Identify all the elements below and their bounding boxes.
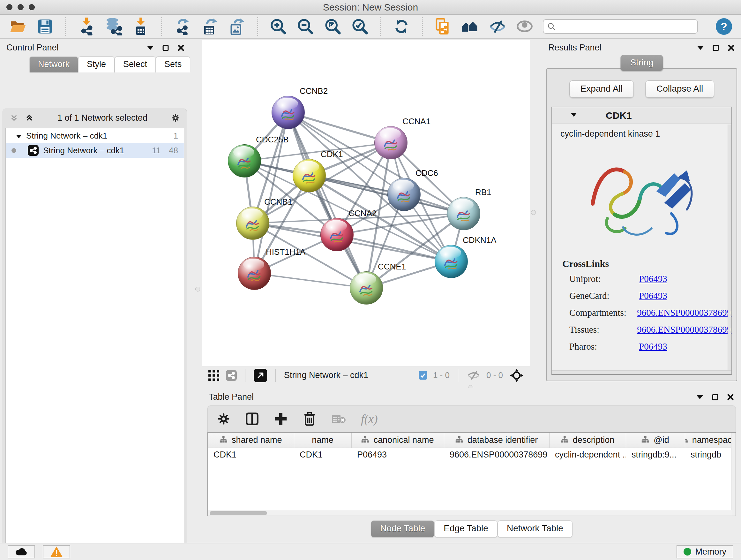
open-session-icon[interactable] [9,17,26,36]
node-RB1[interactable] [447,197,480,230]
node-CCNA2[interactable] [320,218,354,251]
tab-style[interactable]: Style [78,57,115,72]
node-HIST1H1A[interactable] [238,257,271,290]
results-horizontal-scrollbar[interactable] [552,370,731,374]
tab-select[interactable]: Select [115,57,156,72]
expand-all-networks-icon[interactable] [25,114,33,122]
table-cell[interactable]: 9606.ENSP00000378699 [444,448,549,461]
copy-network-icon[interactable] [434,17,452,36]
table-cell[interactable]: cyclin-dependent ... [549,448,626,461]
tab-sets[interactable]: Sets [156,57,190,72]
selected-checkbox-icon[interactable] [419,371,427,380]
close-window-button[interactable] [6,4,12,10]
collection-expand-icon[interactable] [16,131,22,141]
table-cell[interactable]: stringdb [685,448,732,461]
network-options-gear-icon[interactable] [172,114,180,122]
warnings-button[interactable] [43,545,70,558]
import-network-from-database-icon[interactable] [105,17,123,36]
hide-unhide-icon[interactable] [488,17,506,36]
node-CCNA1[interactable] [374,126,408,159]
right-splitter-handle[interactable] [531,210,536,215]
panel-menu-icon[interactable] [696,44,704,52]
table-cell[interactable]: CDK1 [294,448,351,461]
network-canvas[interactable]: CCNB2CCNA1CDC25BCDK1CDC6RB1CCNB1CCNA2CDK… [202,40,530,367]
search-input[interactable] [558,22,693,32]
import-table-icon[interactable] [132,17,150,36]
left-splitter-handle[interactable] [195,287,200,292]
export-network-icon[interactable] [174,17,191,36]
delete-column-icon[interactable] [302,415,317,423]
column-header[interactable]: database identifier [444,433,549,448]
protein-collapse-icon[interactable] [570,113,577,118]
table-cell[interactable]: stringdb:9... [626,448,685,461]
tab-network[interactable]: Network [29,57,78,72]
search-box[interactable] [543,19,697,34]
table-horizontal-scrollbar[interactable] [208,510,732,516]
zoom-window-button[interactable] [29,4,35,10]
crosslink-link[interactable]: P06493 [639,273,667,284]
node-CDC6[interactable] [387,178,421,211]
crosslink-link[interactable]: P06493 [639,291,667,301]
panel-menu-icon[interactable] [696,393,704,401]
network-collection-row[interactable]: String Network – cdk1 1 [6,128,184,143]
column-header[interactable]: @id [626,433,685,448]
zoom-out-icon[interactable] [297,17,314,36]
edge-CCNB2-CCNE1[interactable] [288,112,366,288]
node-CCNB1[interactable] [236,206,269,240]
crosslink-link[interactable]: 9606.ENSP00000378699 [637,324,731,335]
collapse-all-button[interactable]: Collapse All [645,80,714,98]
table-cell[interactable]: CDK1 [208,448,294,461]
column-header[interactable]: name [294,433,351,448]
network-row[interactable]: String Network – cdk1 11 48 [6,143,184,158]
export-table-icon[interactable] [201,17,218,36]
zoom-in-icon[interactable] [270,17,287,36]
birds-eye-view-icon[interactable] [207,371,220,380]
panel-close-icon[interactable] [726,393,735,401]
column-header[interactable]: canonical name [351,433,444,448]
home-string-icon[interactable] [461,17,479,36]
tab-network-table[interactable]: Network Table [497,520,572,537]
import-network-icon[interactable] [77,17,95,36]
column-header[interactable]: description [549,433,626,448]
crosslink-link[interactable]: 9606.ENSP00000378699 [637,307,731,318]
fit-crosshair-icon[interactable] [509,371,525,380]
panel-close-icon[interactable] [727,44,735,52]
minimize-window-button[interactable] [17,4,23,10]
show-eye-icon[interactable] [516,17,533,36]
show-columns-icon[interactable] [245,415,259,423]
help-icon[interactable]: ? [716,18,732,35]
tab-string-results[interactable]: String [620,55,663,71]
zoom-selected-icon[interactable] [351,17,368,36]
edge-CCNA2-CDKN1A[interactable] [337,235,451,261]
results-vertical-scrollbar[interactable] [728,125,731,374]
table-row[interactable]: CDK1CDK1P064939606.ENSP00000378699cyclin… [208,448,732,461]
node-CDKN1A[interactable] [434,245,468,278]
panel-close-icon[interactable] [177,44,185,52]
column-header[interactable]: shared name [208,433,294,448]
zoom-fit-icon[interactable] [324,17,341,36]
node-CCNB2[interactable] [272,96,305,129]
string-view-icon[interactable] [226,370,237,381]
expand-all-button[interactable]: Expand All [569,80,634,98]
refresh-icon[interactable] [393,17,410,36]
cloud-status-button[interactable] [8,545,35,558]
save-session-icon[interactable] [36,17,54,36]
table-cell[interactable]: P06493 [351,448,444,461]
column-header[interactable]: namespace [685,433,732,448]
crosslink-link[interactable]: P06493 [639,341,667,352]
export-image-icon[interactable] [228,17,246,36]
table-options-gear-icon[interactable] [217,415,231,423]
node-CDK1[interactable] [293,159,326,192]
create-column-icon[interactable] [273,415,288,423]
node-CCNE1[interactable] [350,271,383,305]
panel-float-icon[interactable] [161,44,170,52]
collapse-all-networks-icon[interactable] [10,114,18,122]
panel-float-icon[interactable] [711,393,719,401]
panel-float-icon[interactable] [712,44,720,52]
detach-view-icon[interactable] [254,369,267,382]
tab-edge-table[interactable]: Edge Table [434,520,497,537]
memory-button[interactable]: Memory [677,545,733,558]
tab-node-table[interactable]: Node Table [371,520,434,537]
node-CDC25B[interactable] [228,144,261,178]
table-vertical-scrollbar[interactable] [731,433,736,516]
